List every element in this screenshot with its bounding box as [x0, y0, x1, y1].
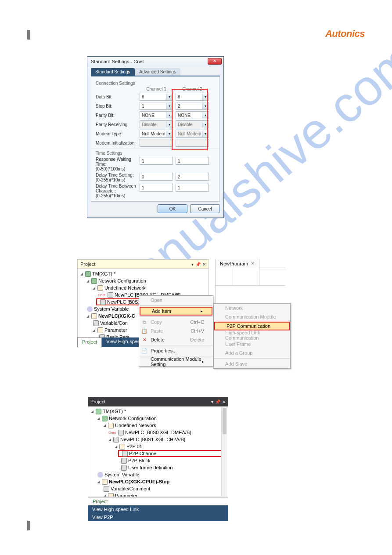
close-icon[interactable]: ✕ [251, 261, 255, 266]
menu-comm-module-setting[interactable]: Communication Module Setting▸ [139, 357, 213, 366]
chevron-down-icon: ▾ [202, 121, 209, 127]
tree-network-config[interactable]: Network Configuration [109, 416, 157, 421]
response-waiting-label: Response Waiting Time: (0-50)(*100ms) [96, 157, 140, 171]
folder-icon [108, 423, 114, 428]
plc-icon [91, 313, 97, 319]
submenu-p2p[interactable]: P2P Communication [214, 322, 290, 330]
project-panel-header[interactable]: Project ▾ 📌 ✕ [88, 397, 228, 406]
menu-open[interactable]: Open [139, 296, 213, 305]
dialog-title: Standard Settings - Cnet [91, 59, 144, 64]
bottom-tab-hsl[interactable]: View High-speed Link [88, 505, 228, 513]
tree-newplc-ch2a[interactable]: NewPLC [B0S1 XGL-CH2A/B] [120, 437, 185, 442]
tree-user-frame-def[interactable]: User frame definition [128, 465, 173, 470]
submenu-user-frame[interactable]: User Frame [214, 340, 290, 348]
bottom-tab-p2p[interactable]: View P2P [88, 513, 228, 521]
delay-time-ch1[interactable]: 0 [140, 173, 173, 181]
parity-bit-ch1[interactable]: NONE▾ [140, 111, 173, 119]
variable-icon [97, 472, 103, 478]
connection-settings-label: Connection Settings [96, 81, 215, 86]
delay-char-ch2[interactable]: 1 [176, 184, 209, 192]
scrollbar[interactable] [221, 407, 227, 496]
tree-parameter[interactable]: Parameter [104, 327, 127, 333]
dropdown-icon[interactable]: ▾ [191, 262, 194, 267]
submenu-hsl[interactable]: High-speed Link Communication [214, 331, 290, 340]
modem-init-label: Modem Initialization: [96, 141, 140, 145]
response-waiting-ch2[interactable]: 1 [176, 157, 209, 165]
chevron-down-icon: ▾ [202, 103, 209, 109]
delay-char-ch1[interactable]: 1 [140, 184, 173, 192]
menu-delete[interactable]: ✕DeleteDelete [139, 335, 213, 344]
data-bit-ch1[interactable]: 8▾ [140, 93, 173, 101]
stop-bit-ch1[interactable]: 1▾ [140, 102, 173, 110]
tree-system-var[interactable]: System Variable [104, 472, 139, 477]
data-bit-ch2[interactable]: 8▾ [176, 93, 209, 101]
editor-tab-newprogram[interactable]: NewProgram✕ [216, 259, 259, 268]
tree-var-comment[interactable]: Variable/Comment [111, 486, 150, 491]
footer-marker [27, 521, 30, 530]
parity-bit-label: Parity Bit: [96, 113, 140, 118]
network-icon [102, 416, 108, 421]
scrollbar-thumb[interactable] [223, 408, 227, 434]
brand-logo: Autonics [325, 28, 365, 40]
chevron-down-icon: ▾ [166, 121, 173, 127]
properties-icon: 📄 [141, 348, 147, 354]
dropdown-icon[interactable]: ▾ [211, 399, 213, 404]
copy-icon: ⧉ [141, 319, 147, 325]
tree-root[interactable]: TM(XGT) * [92, 271, 115, 276]
tab-advanced-settings[interactable]: Advanced Settings [135, 68, 180, 76]
tree-newplc-xgk[interactable]: NewPLC(XGK-C [98, 313, 135, 319]
submenu-network[interactable]: Network [214, 304, 290, 312]
modem-type-ch1[interactable]: Null Modem▾ [140, 130, 173, 138]
stop-bit-ch2[interactable]: 2▾ [176, 102, 209, 110]
parity-receiving-ch2: Disable▾ [176, 120, 209, 128]
tree-newplc-dmea[interactable]: NewPLC [B0S0 XGL-DMEA/B] [125, 430, 191, 435]
tree-undef-network[interactable]: Undefined Network [104, 285, 146, 290]
project-tree[interactable]: ◢TM(XGT) * ◢Network Configuration ◢Undef… [88, 406, 228, 497]
dialog-titlebar[interactable]: Standard Settings - Cnet ✕ [87, 57, 223, 66]
bottom-tab-project[interactable]: Project [88, 497, 228, 505]
delete-icon: ✕ [141, 337, 147, 343]
pin-icon[interactable]: 📌 [215, 399, 220, 404]
folder-icon [97, 285, 103, 291]
pin-icon[interactable]: 📌 [195, 262, 201, 267]
close-button[interactable]: ✕ [208, 58, 222, 65]
menu-paste[interactable]: 📋PasteCtrl+V [139, 326, 213, 335]
tree-var-comment[interactable]: Variable/Con [100, 320, 128, 326]
tree-undef-network[interactable]: Undefined Network [115, 423, 156, 428]
channel1-header: Channel 1 [140, 87, 173, 91]
chevron-down-icon: ▾ [202, 112, 209, 118]
modem-type-label: Modem Type: [96, 131, 140, 136]
parity-bit-ch2[interactable]: NONE▾ [176, 111, 209, 119]
header-marker [27, 30, 30, 40]
tab-standard-settings[interactable]: Standard Settings [91, 68, 135, 76]
cancel-button[interactable]: Cancel [190, 204, 220, 213]
project-panel-header[interactable]: Project ▾ 📌 ✕ [77, 259, 209, 269]
response-waiting-ch1[interactable]: 1 [140, 157, 173, 165]
menu-add-item[interactable]: Add Item▸ [140, 307, 212, 316]
close-icon[interactable]: ✕ [222, 399, 226, 404]
module-icon [118, 430, 124, 435]
tree-network-config[interactable]: Network Configuration [98, 278, 146, 283]
submenu-add-group[interactable]: Add a Group [214, 348, 290, 357]
delay-time-ch2[interactable]: 2 [176, 173, 209, 181]
modem-type-ch2: Null Modem▾ [176, 130, 209, 138]
tree-system-var[interactable]: System Variable [94, 306, 129, 312]
ok-button[interactable]: OK [158, 204, 187, 213]
menu-copy[interactable]: ⧉CopyCtrl+C [139, 318, 213, 326]
modem-init-ch1 [140, 139, 173, 147]
tree-p2p01[interactable]: P2P 01 [126, 444, 142, 449]
folder-icon [97, 327, 103, 333]
submenu-comm-module[interactable]: Communication Module [214, 312, 290, 321]
chevron-down-icon: ▾ [166, 94, 173, 100]
tree-newplc-xgk[interactable]: NewPLC(XGK-CPUE)-Stop [109, 479, 169, 484]
bottom-tab-project[interactable]: Project [77, 337, 102, 347]
chevron-down-icon: ▾ [202, 94, 209, 100]
tree-parameter[interactable]: Parameter [115, 493, 137, 497]
tree-p2p-block[interactable]: P2P Block [128, 458, 151, 463]
module-icon [108, 292, 113, 298]
tree-root[interactable]: TM(XGT) * [103, 409, 126, 414]
menu-properties[interactable]: 📄Properties... [139, 346, 213, 355]
submenu-add-slave[interactable]: Add Slave [214, 359, 290, 368]
tree-p2p-channel[interactable]: P2P Channel [129, 451, 158, 456]
close-icon[interactable]: ✕ [202, 262, 206, 267]
